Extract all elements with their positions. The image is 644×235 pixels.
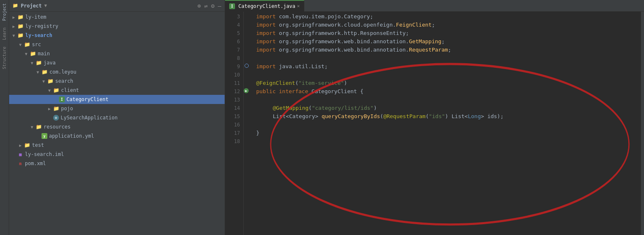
folder-icon-test: 📁 — [24, 142, 30, 148]
panel-title: 📁 Project ▼ — [12, 3, 195, 9]
project-tree: 📁 ly-item 📁 ly-registry 📁 ly-search 📁 sr… — [9, 12, 225, 235]
tree-item-com-leyou[interactable]: 📁 com.leyou — [9, 67, 225, 77]
tree-item-main[interactable]: 📁 main — [9, 49, 225, 58]
label-application-yml: application.yml — [49, 133, 94, 139]
code-line-17: } — [256, 129, 641, 137]
folder-icon-java: 📁 — [36, 60, 42, 66]
gutter-8 — [244, 53, 251, 62]
tree-item-category-client[interactable]: I CategoryClient — [9, 95, 225, 104]
tree-item-pojo[interactable]: 📁 pojo — [9, 104, 225, 113]
tab-structure-vertical[interactable]: Structure — [1, 43, 8, 72]
tree-item-test[interactable]: 📁 test — [9, 141, 225, 150]
ln-7: 7 — [225, 46, 240, 54]
minimize-icon[interactable]: — — [218, 2, 221, 9]
ln-9: 9 — [225, 62, 240, 71]
tree-item-ly-search-app[interactable]: ⚙ LySearchApplication — [9, 113, 225, 122]
label-pom-xml: pom.xml — [25, 161, 46, 166]
label-pojo: pojo — [61, 106, 73, 111]
gutter: ▶ — [244, 12, 251, 235]
arrow-ly-registry — [12, 24, 17, 29]
folder-icon-client: 📁 — [53, 87, 59, 93]
code-line-7: import org.springframework.web.bind.anno… — [256, 46, 641, 54]
editor-tab-category-client[interactable]: I CategoryClient.java ✕ — [225, 0, 304, 12]
ln-5: 5 — [225, 29, 240, 37]
tree-item-search[interactable]: 📁 search — [9, 77, 225, 86]
editor-tab-bar: I CategoryClient.java ✕ — [225, 0, 644, 12]
folder-icon-resources: 📁 — [36, 124, 42, 130]
tree-item-client[interactable]: 📁 client — [9, 86, 225, 95]
panel-title-text: Project — [21, 3, 42, 9]
arrow-test — [19, 143, 24, 148]
yaml-icon-application: y — [42, 133, 47, 139]
ln-6: 6 — [225, 37, 240, 46]
arrow-pojo — [48, 106, 53, 111]
folder-icon-search: 📁 — [47, 78, 54, 84]
code-line-11: @FeignClient("item-service") — [256, 79, 641, 87]
ln-3: 3 — [225, 12, 240, 21]
tab-close-button[interactable]: ✕ — [297, 3, 300, 9]
tree-item-pom-xml[interactable]: m pom.xml — [9, 159, 225, 168]
tab-project-vertical[interactable]: Project — [1, 0, 8, 24]
gutter-3 — [244, 12, 251, 20]
tab-interface-icon: I — [229, 3, 235, 9]
folder-icon-src: 📁 — [24, 42, 30, 47]
gutter-16 — [244, 120, 251, 128]
tree-item-java[interactable]: 📁 java — [9, 58, 225, 67]
label-com-leyou: com.leyou — [49, 69, 76, 75]
tree-item-application-yml[interactable]: y application.yml — [9, 131, 225, 141]
ln-14: 14 — [225, 104, 240, 112]
ln-12: 12 — [225, 87, 240, 96]
label-ly-item: ly-item — [25, 14, 47, 20]
code-content[interactable]: import com.leyou.item.pojo.Category; imp… — [251, 12, 641, 235]
code-line-9: import java.util.List; — [256, 62, 641, 71]
arrow-main — [25, 52, 30, 56]
gutter-7 — [244, 45, 251, 53]
ln-4: 4 — [225, 21, 240, 29]
gutter-15 — [244, 111, 251, 120]
run-icon-12[interactable]: ▶ — [244, 88, 249, 93]
label-category-client: CategoryClient — [66, 96, 108, 102]
locate-icon[interactable]: ⊕ — [197, 2, 201, 9]
project-panel: 📁 Project ▼ ⊕ ⇌ ⚙ — 📁 ly-item 📁 ly-regis… — [9, 0, 225, 235]
tree-item-ly-registry[interactable]: 📁 ly-registry — [9, 22, 225, 31]
folder-icon-pojo: 📁 — [53, 106, 59, 111]
collapse-icon[interactable]: ⇌ — [204, 2, 208, 9]
gutter-18 — [244, 136, 251, 145]
ln-8: 8 — [225, 54, 240, 62]
code-line-3: import com.leyou.item.pojo.Category; — [256, 12, 641, 21]
tree-item-ly-item[interactable]: 📁 ly-item — [9, 12, 225, 22]
ln-17: 17 — [225, 129, 240, 137]
ln-18: 18 — [225, 137, 240, 146]
ln-11: 11 — [225, 79, 240, 87]
tree-item-resources[interactable]: 📁 resources — [9, 122, 225, 131]
ln-15: 15 — [225, 112, 240, 121]
panel-header-icons: ⊕ ⇌ ⚙ — — [197, 2, 221, 9]
left-tab-bar: Project Learn Structure — [0, 0, 9, 235]
line-numbers: 3 4 5 6 7 8 9 10 11 12 13 14 15 16 17 18 — [225, 12, 244, 235]
code-line-16 — [256, 121, 641, 129]
tab-learn-vertical[interactable]: Learn — [1, 24, 8, 43]
interface-icon-category-client: I — [59, 96, 65, 102]
tab-label: CategoryClient.java — [238, 3, 295, 9]
gutter-6 — [244, 37, 251, 45]
label-ly-registry: ly-registry — [25, 23, 58, 29]
tree-item-src[interactable]: 📁 src — [9, 40, 225, 49]
gutter-14 — [244, 103, 251, 111]
code-line-5: import org.springframework.http.Response… — [256, 29, 641, 37]
arrow-com-leyou — [37, 70, 42, 74]
gutter-11 — [244, 78, 251, 87]
gutter-5 — [244, 28, 251, 37]
editor-scrollbar[interactable] — [641, 12, 644, 235]
gutter-4 — [244, 20, 251, 28]
code-line-13 — [256, 96, 641, 104]
tree-item-iml[interactable]: ■ ly-search.iml — [9, 150, 225, 159]
breakpoint-icon-9 — [245, 64, 249, 68]
gutter-10 — [244, 70, 251, 78]
tree-item-ly-search[interactable]: 📁 ly-search — [9, 31, 225, 40]
settings-icon[interactable]: ⚙ — [211, 2, 214, 9]
label-test: test — [32, 142, 44, 148]
arrow-ly-item — [12, 15, 17, 20]
code-editor[interactable]: 3 4 5 6 7 8 9 10 11 12 13 14 15 16 17 18 — [225, 12, 644, 235]
label-iml: ly-search.iml — [25, 151, 64, 157]
folder-icon-com-leyou: 📁 — [42, 69, 48, 75]
